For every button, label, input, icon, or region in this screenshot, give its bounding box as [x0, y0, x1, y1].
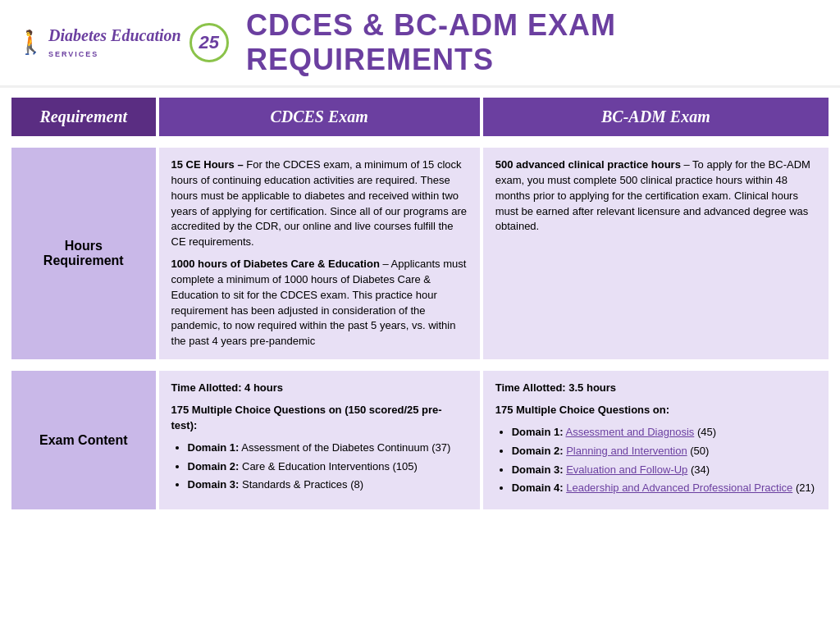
cdces-domain2-bold: Domain 2:: [188, 460, 240, 472]
bcadm-domain3-bold: Domain 3:: [512, 463, 564, 476]
list-item: Domain 2: Planning and Intervention (50): [512, 444, 816, 459]
bcadm-questions-header: 175 Multiple Choice Questions on:: [495, 404, 669, 416]
label-hours: HoursRequirement: [11, 148, 156, 359]
bcadm-hours-content: 500 advanced clinical practice hours – T…: [483, 148, 829, 359]
bcadm-domain3-link[interactable]: Evaluation and Follow-Up: [566, 463, 687, 476]
bcadm-domain2-link[interactable]: Planning and Intervention: [566, 445, 687, 457]
cdces-time: Time Allotted: 4 hours: [171, 381, 284, 394]
cdces-domains-list: Domain 1: Assessment of the Diabetes Con…: [188, 441, 468, 494]
label-exam-content: Exam Content: [11, 371, 156, 509]
bcadm-domain1-bold: Domain 1:: [512, 426, 564, 438]
bcadm-domain2-bold: Domain 2:: [512, 445, 564, 457]
logo-area: 🚶 Diabetes Education SERVICES 25: [16, 23, 246, 62]
col-header-cdces: CDCES Exam: [159, 98, 480, 136]
bcadm-domains-list: Domain 1: Assessment and Diagnosis (45) …: [512, 425, 816, 496]
bcadm-hours-bold: 500 advanced clinical practice hours: [495, 158, 681, 171]
logo-icon-wrapper: 🚶 Diabetes Education SERVICES: [16, 26, 181, 60]
cdces-questions-header: 175 Multiple Choice Questions on (150 sc…: [171, 404, 442, 431]
col-header-requirement: Requirement: [11, 98, 156, 136]
page-title: CDCES & BC-ADM EXAM REQUIREMENTS: [246, 8, 824, 77]
bcadm-time: Time Allotted: 3.5 hours: [495, 381, 616, 394]
cdces-domain3-bold: Domain 3:: [188, 478, 240, 491]
list-item: Domain 3: Evaluation and Follow-Up (34): [512, 463, 816, 478]
requirements-table: Requirement CDCES Exam BC-ADM Exam Hours…: [0, 88, 840, 527]
anniversary-badge: 25: [189, 23, 229, 62]
list-item: Domain 1: Assessment and Diagnosis (45): [512, 425, 816, 441]
table-row-exam-content: Exam Content Time Allotted: 4 hours 175 …: [11, 371, 829, 509]
figure-icon: 🚶: [16, 31, 45, 54]
list-item: Domain 2: Care & Education Interventions…: [188, 459, 468, 475]
list-item: Domain 1: Assessment of the Diabetes Con…: [188, 441, 468, 456]
bcadm-domain4-bold: Domain 4:: [512, 482, 564, 494]
bcadm-domain4-link[interactable]: Leadership and Advanced Professional Pra…: [566, 482, 792, 494]
cdces-domain1-bold: Domain 1:: [188, 441, 240, 454]
bcadm-content-cell: Time Allotted: 3.5 hours 175 Multiple Ch…: [483, 371, 829, 509]
cdces-1000-hours-bold: 1000 hours of Diabetes Care & Education: [171, 258, 380, 270]
table-row-hours: HoursRequirement 15 CE Hours – For the C…: [11, 148, 829, 359]
cdces-ce-hours-bold: 15 CE Hours –: [171, 158, 244, 171]
cdces-hours-content: 15 CE Hours – For the CDCES exam, a mini…: [159, 148, 480, 359]
logo-text: Diabetes Education SERVICES: [48, 26, 181, 60]
cdces-content-cell: Time Allotted: 4 hours 175 Multiple Choi…: [159, 371, 480, 509]
col-header-bcadm: BC-ADM Exam: [483, 98, 829, 136]
list-item: Domain 3: Standards & Practices (8): [188, 477, 468, 493]
page-header: 🚶 Diabetes Education SERVICES 25 CDCES &…: [0, 0, 840, 88]
list-item: Domain 4: Leadership and Advanced Profes…: [512, 481, 816, 496]
bcadm-domain1-link[interactable]: Assessment and Diagnosis: [565, 426, 694, 438]
